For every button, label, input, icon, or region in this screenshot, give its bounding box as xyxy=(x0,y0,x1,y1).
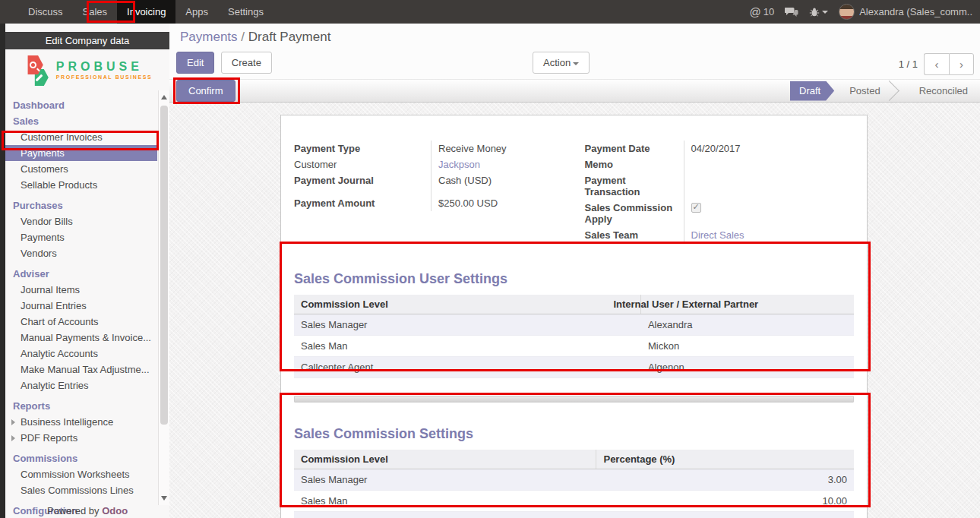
sidebar-item-journal-entries[interactable]: Journal Entries xyxy=(5,298,157,314)
sidebar-item-manual-payments[interactable]: Manual Payments & Invoice... xyxy=(5,330,157,346)
avatar xyxy=(839,4,855,20)
status-draft[interactable]: Draft xyxy=(790,81,834,101)
field-label-sales-commission-apply: Sales Commission Apply xyxy=(585,200,684,227)
table-row[interactable]: Sales Man 10.00 xyxy=(294,491,854,512)
status-reconciled[interactable]: Reconciled xyxy=(907,85,980,96)
sidebar-item-payments[interactable]: Payments xyxy=(5,145,157,161)
menu-settings[interactable]: Settings xyxy=(218,0,273,24)
field-label-payment-type: Payment Type xyxy=(294,141,431,156)
odoo-link[interactable]: Odoo xyxy=(102,505,128,516)
edit-company-button[interactable]: Edit Company data xyxy=(5,32,169,49)
main-panel: PaymentsDraft Payment Edit Create Action… xyxy=(169,24,980,518)
mention-count: 10 xyxy=(763,6,774,17)
form-view-background: Payment Type Receive Money Customer Jack… xyxy=(169,103,980,518)
left-edge-strip xyxy=(0,24,5,518)
field-value-payment-transaction xyxy=(684,172,855,200)
field-value-payment-type: Receive Money xyxy=(431,141,574,156)
table-row[interactable]: Sales Man Mickon xyxy=(294,336,854,357)
sidebar-item-payments-purchases[interactable]: Payments xyxy=(5,229,157,245)
sidebar-item-business-intelligence[interactable]: Business Intelligence xyxy=(5,414,157,430)
mentions-button[interactable]: 10 xyxy=(749,5,774,18)
sidebar-item-vendor-bills[interactable]: Vendor Bills xyxy=(5,213,157,229)
column-percentage[interactable]: Percentage (%) xyxy=(596,450,854,469)
menu-discuss[interactable]: Discuss xyxy=(18,0,73,24)
sidebar-item-commission-worksheets[interactable]: Commission Worksheets xyxy=(5,466,157,482)
user-name: Alexandra (Sales_comm.. xyxy=(859,6,972,17)
scroll-down-icon[interactable] xyxy=(161,496,167,501)
field-value-payment-amount: $250.00 USD xyxy=(431,188,574,211)
sidebar-item-pdf-reports[interactable]: PDF Reports xyxy=(5,430,157,446)
app-menus: Discuss Sales Invoicing Apps Settings xyxy=(18,0,273,24)
sidebar-section-adviser[interactable]: Adviser xyxy=(5,266,157,282)
sidebar-menu: Dashboard Sales Customer Invoices Paymen… xyxy=(5,97,169,518)
action-dropdown[interactable]: Action xyxy=(533,52,590,74)
status-chevron-icon xyxy=(879,81,899,101)
sidebar-item-sales-commissions-lines[interactable]: Sales Commissions Lines xyxy=(5,482,157,498)
sidebar-item-analytic-entries[interactable]: Analytic Entries xyxy=(5,377,157,393)
column-commission-level[interactable]: Commission Level xyxy=(294,450,596,469)
sidebar-scrollbar[interactable] xyxy=(158,90,169,505)
sidebar-item-sellable-products[interactable]: Sellable Products xyxy=(5,177,157,193)
pager-previous-button[interactable]: ‹ xyxy=(924,53,949,75)
sidebar-section-sales[interactable]: Sales xyxy=(5,113,157,129)
scrollbar-thumb[interactable] xyxy=(160,106,168,425)
customer-link[interactable]: Jackpson xyxy=(438,159,480,170)
powered-by: Powered by Odoo xyxy=(5,505,169,516)
user-settings-table: Commission Level Internal User / Externa… xyxy=(294,295,854,378)
field-label-sales-team: Sales Team xyxy=(585,227,684,243)
section-title-commission-settings: Sales Commission Settings xyxy=(294,426,854,442)
form-sheet: Payment Type Receive Money Customer Jack… xyxy=(280,115,868,518)
breadcrumb: PaymentsDraft Payment xyxy=(180,30,330,45)
sidebar-section-purchases[interactable]: Purchases xyxy=(5,197,157,213)
chat-icon[interactable] xyxy=(785,7,798,17)
payment-fields: Payment Type Receive Money Customer Jack… xyxy=(294,141,854,243)
table-row[interactable]: Sales Manager Alexandra xyxy=(294,314,854,336)
sales-team-link[interactable]: Direct Sales xyxy=(691,229,744,241)
expand-arrow-icon xyxy=(11,419,15,425)
table-header-row: Commission Level Internal User / Externa… xyxy=(294,295,854,314)
caret-down-icon xyxy=(573,62,579,65)
pager-next-button[interactable]: › xyxy=(949,53,974,75)
expand-arrow-icon xyxy=(11,435,15,441)
field-label-payment-transaction: Payment Transaction xyxy=(585,172,684,200)
table-row[interactable]: Callcenter Agent 7.00 xyxy=(294,512,854,518)
sales-commission-apply-checkbox[interactable] xyxy=(691,203,701,213)
table-row[interactable]: Sales Manager 3.00 xyxy=(294,469,854,491)
menu-sales[interactable]: Sales xyxy=(73,0,118,24)
top-menubar: Discuss Sales Invoicing Apps Settings 10 xyxy=(0,0,980,24)
page-title: Draft Payment xyxy=(248,30,331,44)
breadcrumb-payments[interactable]: Payments xyxy=(180,30,238,44)
sidebar-item-journal-items[interactable]: Journal Items xyxy=(5,282,157,298)
sidebar-section-commissions[interactable]: Commissions xyxy=(5,450,157,466)
create-button[interactable]: Create xyxy=(221,52,272,74)
column-internal-user[interactable]: Internal User / External Partner xyxy=(641,295,854,314)
statusbar: Confirm Draft Posted Reconciled xyxy=(169,79,980,103)
sidebar-item-customer-invoices[interactable]: Customer Invoices xyxy=(5,129,157,145)
fields-left-column: Payment Type Receive Money Customer Jack… xyxy=(294,141,574,243)
edit-button[interactable]: Edit xyxy=(176,52,214,74)
company-logo[interactable]: PROBUSE PROFESSIONAL BUSINESS xyxy=(5,49,169,90)
scroll-up-icon[interactable] xyxy=(161,95,167,99)
confirm-button[interactable]: Confirm xyxy=(176,80,236,102)
field-label-payment-date: Payment Date xyxy=(585,141,684,156)
table1-horizontal-scrollbar[interactable] xyxy=(294,396,854,403)
sidebar-item-vendors[interactable]: Vendors xyxy=(5,245,157,261)
sidebar-item-manual-tax[interactable]: Make Manual Tax Adjustme... xyxy=(5,362,157,377)
menu-apps[interactable]: Apps xyxy=(175,0,218,24)
column-commission-level[interactable]: Commission Level xyxy=(294,295,641,314)
sidebar-item-analytic-accounts[interactable]: Analytic Accounts xyxy=(5,346,157,362)
user-menu[interactable]: Alexandra (Sales_comm.. xyxy=(839,4,972,20)
sidebar-section-dashboard[interactable]: Dashboard xyxy=(5,97,157,113)
status-steps: Draft Posted Reconciled xyxy=(790,80,980,102)
sidebar-item-customers[interactable]: Customers xyxy=(5,161,157,177)
field-label-memo: Memo xyxy=(585,156,684,172)
sidebar-section-reports[interactable]: Reports xyxy=(5,398,157,414)
sidebar: Edit Company data PROBUSE PROFESSIONAL B… xyxy=(5,24,169,518)
logo-hexagons-icon xyxy=(23,53,53,87)
debug-menu[interactable] xyxy=(809,7,828,17)
sidebar-item-chart-of-accounts[interactable]: Chart of Accounts xyxy=(5,314,157,330)
section-title-user-settings: Sales Commission User Settings xyxy=(294,271,854,287)
logo-brand-text: PROBUSE xyxy=(56,60,152,74)
menu-invoicing[interactable]: Invoicing xyxy=(117,0,175,24)
table-row[interactable]: Callcenter Agent Algenon xyxy=(294,357,854,378)
